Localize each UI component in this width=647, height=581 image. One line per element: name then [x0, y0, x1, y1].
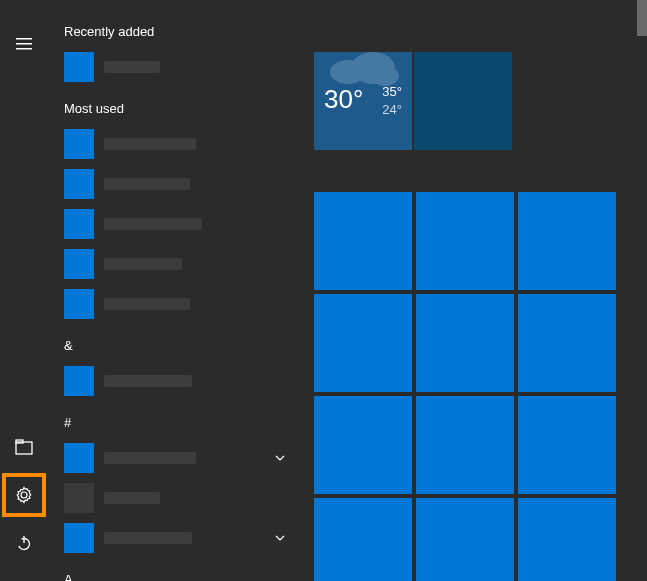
section-letter-a[interactable]: A — [64, 572, 290, 581]
app-icon — [64, 523, 94, 553]
app-icon — [64, 443, 94, 473]
hamburger-button[interactable] — [0, 20, 48, 68]
list-item[interactable] — [64, 246, 290, 282]
app-icon — [64, 366, 94, 396]
section-most-used[interactable]: Most used — [64, 101, 290, 116]
live-tile[interactable] — [314, 396, 412, 494]
chevron-down-icon[interactable] — [274, 452, 286, 464]
gear-icon — [15, 486, 33, 504]
live-tile[interactable] — [314, 498, 412, 581]
live-tile[interactable] — [518, 192, 616, 290]
svg-point-9 — [371, 66, 399, 86]
app-icon — [64, 209, 94, 239]
live-tile[interactable] — [416, 396, 514, 494]
live-tile[interactable] — [314, 294, 412, 392]
app-label-placeholder — [104, 61, 160, 73]
section-letter-hash[interactable]: # — [64, 415, 290, 430]
app-label-placeholder — [104, 138, 196, 150]
app-label-placeholder — [104, 258, 182, 270]
section-recently-added[interactable]: Recently added — [64, 24, 290, 39]
live-tile[interactable] — [518, 294, 616, 392]
app-icon — [64, 129, 94, 159]
file-explorer-button[interactable] — [0, 423, 48, 471]
live-tile[interactable] — [416, 192, 514, 290]
live-tile[interactable] — [314, 192, 412, 290]
file-explorer-icon — [15, 439, 33, 455]
list-item[interactable] — [64, 49, 290, 85]
app-label-placeholder — [104, 532, 192, 544]
app-icon — [64, 169, 94, 199]
settings-button[interactable] — [0, 471, 48, 519]
list-item[interactable] — [64, 126, 290, 162]
app-label-placeholder — [104, 218, 202, 230]
svg-rect-3 — [16, 442, 32, 454]
svg-rect-1 — [16, 43, 32, 45]
weather-current-temp: 30° — [324, 84, 363, 115]
svg-rect-0 — [16, 38, 32, 40]
svg-rect-2 — [16, 48, 32, 50]
list-item[interactable] — [64, 520, 290, 556]
live-tile[interactable] — [518, 498, 616, 581]
app-label-placeholder — [104, 492, 160, 504]
scrollbar-thumb[interactable] — [637, 0, 647, 36]
chevron-down-icon[interactable] — [274, 532, 286, 544]
live-tile[interactable] — [518, 396, 616, 494]
app-icon — [64, 249, 94, 279]
start-rail — [0, 0, 48, 581]
power-button[interactable] — [0, 519, 48, 567]
list-item[interactable] — [64, 363, 290, 399]
list-item[interactable] — [64, 480, 290, 516]
list-item[interactable] — [64, 166, 290, 202]
list-item[interactable] — [64, 206, 290, 242]
list-item[interactable] — [64, 286, 290, 322]
app-list: Recently added Most used & # A — [48, 0, 306, 581]
live-tile[interactable] — [416, 498, 514, 581]
app-label-placeholder — [104, 452, 196, 464]
weather-tile[interactable]: 30° 35° 24° — [314, 52, 412, 150]
live-tile[interactable] — [416, 294, 514, 392]
app-icon — [64, 52, 94, 82]
app-icon — [64, 483, 94, 513]
app-label-placeholder — [104, 178, 190, 190]
weather-high-temp: 35° — [382, 84, 402, 99]
weather-low-temp: 24° — [382, 102, 402, 117]
app-icon — [64, 289, 94, 319]
section-letter-amp[interactable]: & — [64, 338, 290, 353]
list-item[interactable] — [64, 440, 290, 476]
app-label-placeholder — [104, 298, 190, 310]
power-icon — [16, 535, 32, 551]
tile-dark[interactable] — [414, 52, 512, 150]
tile-grid — [314, 192, 616, 581]
hamburger-icon — [16, 38, 32, 50]
app-label-placeholder — [104, 375, 192, 387]
